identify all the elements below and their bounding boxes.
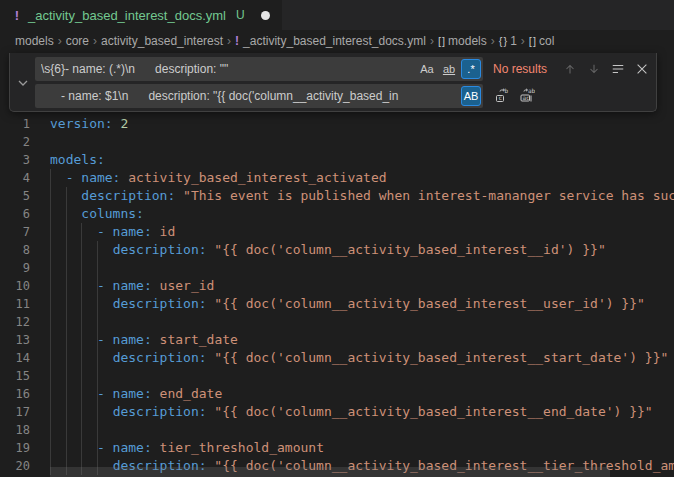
toggle-replace-chevron-icon[interactable]: [15, 75, 31, 91]
line-number: 10: [0, 277, 30, 295]
line-number: 13: [0, 331, 30, 349]
token-key: - name:: [97, 278, 152, 293]
line-number: 9: [0, 259, 30, 277]
code-line-14[interactable]: description: "{{ doc('column__activity_b…: [50, 349, 674, 367]
line-number: 1: [0, 115, 30, 133]
breadcrumb-separator-icon: ›: [227, 34, 231, 48]
line-number: 3: [0, 151, 30, 169]
breadcrumb-item-models[interactable]: [ ]models: [438, 34, 487, 48]
breadcrumb-separator-icon: ›: [521, 34, 525, 48]
breadcrumb-separator-icon: ›: [58, 34, 62, 48]
code-line-18[interactable]: [50, 421, 674, 439]
breadcrumb-label: core: [66, 34, 89, 48]
replace-value-text: - name: $1\n description: "{{ doc('colum…: [41, 89, 461, 103]
whole-word-toggle[interactable]: ab: [439, 59, 459, 79]
unsaved-changes-dot-icon[interactable]: [261, 11, 270, 20]
code-line-7[interactable]: - name: id: [50, 223, 674, 241]
token-str: "{{ doc('column__activity_based_interest…: [207, 296, 645, 311]
token-key: - name:: [66, 170, 121, 185]
code-line-3[interactable]: models:: [50, 151, 674, 169]
line-number: 2: [0, 133, 30, 151]
code-line-12[interactable]: [50, 313, 674, 331]
breadcrumb-label: models: [15, 34, 54, 48]
code-line-16[interactable]: - name: end_date: [50, 385, 674, 403]
token-key: - name:: [97, 224, 152, 239]
previous-match-button[interactable]: [559, 59, 580, 80]
array-icon: [ ]: [529, 35, 535, 47]
token-plain: [50, 386, 97, 401]
match-case-toggle[interactable]: Aa: [417, 59, 437, 79]
find-in-selection-button[interactable]: [607, 59, 628, 80]
git-untracked-badge: U: [236, 8, 245, 22]
close-find-widget-button[interactable]: [631, 59, 652, 80]
code-line-13[interactable]: - name: start_date: [50, 331, 674, 349]
breadcrumb-item-activity_based_interest[interactable]: activity_based_interest: [101, 34, 223, 48]
line-number: 17: [0, 403, 30, 421]
code-line-11[interactable]: description: "{{ doc('column__activity_b…: [50, 295, 674, 313]
preserve-case-toggle[interactable]: AB: [461, 86, 481, 106]
line-number: 12: [0, 313, 30, 331]
token-plain: [50, 278, 97, 293]
breadcrumb-item-models[interactable]: models: [15, 34, 54, 48]
code-line-1[interactable]: version: 2: [50, 115, 674, 133]
breadcrumb-label: _activity_based_interest_docs.yml: [243, 34, 426, 48]
replace-input[interactable]: - name: $1\n description: "{{ doc('colum…: [35, 84, 483, 108]
breadcrumb-item-core[interactable]: core: [66, 34, 89, 48]
breadcrumb-separator-icon: ›: [430, 34, 434, 48]
find-replace-widget: \s{6}- name: (.*)\n description: "" Aa a…: [9, 53, 657, 112]
token-str: "{{ doc('column__activity_based_interest…: [207, 404, 653, 419]
token-num: 2: [113, 116, 129, 131]
code-line-6[interactable]: columns:: [50, 205, 674, 223]
token-plain: [50, 296, 113, 311]
token-key: description:: [113, 296, 207, 311]
code-line-8[interactable]: description: "{{ doc('column__activity_b…: [50, 241, 674, 259]
line-number: 19: [0, 439, 30, 457]
code-line-9[interactable]: [50, 259, 674, 277]
object-icon: { }: [499, 35, 506, 47]
token-key: description:: [113, 242, 207, 257]
horizontal-scrollbar[interactable]: [50, 467, 610, 477]
code-line-19[interactable]: - name: tier_threshold_amount: [50, 439, 674, 457]
breadcrumb-separator-icon: ›: [491, 34, 495, 48]
token-plain: [50, 332, 97, 347]
token-str: start_date: [152, 332, 238, 347]
code-line-5[interactable]: description: "This event is published wh…: [50, 187, 674, 205]
token-key: models:: [50, 152, 105, 167]
next-match-button[interactable]: [583, 59, 604, 80]
svg-text:ac: ac: [522, 94, 530, 101]
code-line-10[interactable]: - name: user_id: [50, 277, 674, 295]
token-key: description:: [113, 404, 207, 419]
line-number: 7: [0, 223, 30, 241]
token-plain: [50, 170, 66, 185]
token-str: "{{ doc('column__activity_based_interest…: [207, 242, 606, 257]
token-plain: [50, 350, 113, 365]
code-line-4[interactable]: - name: activity_based_interest_activate…: [50, 169, 674, 187]
line-number: 6: [0, 205, 30, 223]
breadcrumb: models›core›activity_based_interest›!_ac…: [0, 30, 674, 52]
tab-activity-based-interest-docs[interactable]: ! _activity_based_interest_docs.yml U: [0, 0, 283, 30]
code-line-2[interactable]: [50, 133, 674, 151]
token-str: activity_based_interest_activated: [120, 170, 386, 185]
line-number: 20: [0, 457, 30, 475]
token-plain: [50, 188, 81, 203]
replace-button[interactable]: b c: [491, 86, 512, 107]
code-line-15[interactable]: [50, 367, 674, 385]
breadcrumb-label: activity_based_interest: [101, 34, 223, 48]
token-key: description:: [113, 350, 207, 365]
token-plain: [50, 224, 97, 239]
line-number: 14: [0, 349, 30, 367]
breadcrumb-label: col: [539, 34, 554, 48]
line-number: 4: [0, 169, 30, 187]
find-query-text: \s{6}- name: (.*)\n description: "": [41, 62, 417, 76]
replace-all-button[interactable]: ab ac: [516, 86, 537, 107]
breadcrumb-item-_activity_based_interest_docs-yml[interactable]: !_activity_based_interest_docs.yml: [235, 34, 426, 48]
token-key: version:: [50, 116, 113, 131]
editor-area: 1234567891011121314151617181920 version:…: [0, 52, 674, 477]
breadcrumb-label: models: [448, 34, 487, 48]
code-line-17[interactable]: description: "{{ doc('column__activity_b…: [50, 403, 674, 421]
find-input[interactable]: \s{6}- name: (.*)\n description: "" Aa a…: [35, 57, 483, 81]
breadcrumb-item-1[interactable]: { }1: [499, 34, 517, 48]
regex-toggle[interactable]: .*: [461, 59, 481, 79]
token-key: - name:: [97, 386, 152, 401]
breadcrumb-item-col[interactable]: [ ]col: [529, 34, 555, 48]
